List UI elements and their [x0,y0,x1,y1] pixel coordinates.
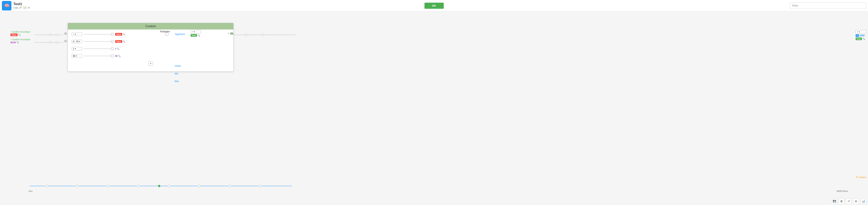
dropdown-min-value: 1 [73,47,74,50]
svg-point-11 [111,33,114,36]
rolladen-title: Rolladen [160,30,170,33]
undo-icon: ↺ [847,200,850,203]
timeline-svg [0,183,868,189]
card-output-true-badge: true [191,34,197,37]
card-row-min: 1 Min 1 🔍 [72,47,229,50]
app-subtitle: Logic_97 ⚡ ∞ [13,6,30,9]
pin-u-label: U [64,40,67,42]
card-output-dropdown[interactable]: ~ [191,30,201,34]
input1-add[interactable]: + Quellen hinzufügen false 🔍 [10,31,30,36]
rolladen-label: Rolladen [160,30,170,33]
dropdown-max[interactable]: 80 [72,54,82,58]
add-source-2-button[interactable]: + Quellen hinzufügen [10,38,30,40]
svg-point-28 [158,185,160,187]
delete-button[interactable]: 🗑 [839,198,844,204]
logic-card-body: ~ Tag/Nacht false 🔍 0 - 70 [68,30,234,71]
bottom-toolbar: 💾 🗑 ↺ ⊞ 📊 [831,198,866,204]
svg-rect-24 [167,184,170,187]
plus-button-area: + [72,61,229,66]
right-dropdown[interactable]: ~ [856,30,866,34]
subtitle-badge: ⚡ [23,6,27,9]
inhibit-value-row: false 🔍 [115,40,125,43]
grafana-icon: ⚙ [856,176,858,178]
wire-inhibit [84,40,113,43]
dropdown-tagnacht[interactable]: ~ [72,33,82,36]
logic-card: Custom ~ Tag/Nacht false 🔍 [68,23,234,72]
right-k-badge: K [856,34,859,37]
input2-value: 90.00 [10,41,16,43]
dropdown-min[interactable]: 1 [72,47,82,50]
pin-o1-close[interactable]: X [228,33,229,35]
chart-button[interactable]: 📊 [860,198,866,204]
input1-search-icon[interactable]: 🔍 [18,34,21,36]
svg-rect-4 [49,34,52,36]
card-row-inhibit: 0 - 70 Inhibit false 🔍 [72,40,229,43]
app-icon: 🧠 [2,1,11,10]
right-true-badge: true [856,37,862,40]
dropdown-inhibit-value: 0 - 70 [73,40,79,43]
logic-card-header: Custom [68,23,234,30]
min-search-icon[interactable]: 🔍 [117,47,120,50]
right-dropdown-row: ~ [856,30,866,34]
wire-max [84,54,113,58]
right-true-search-icon[interactable]: 🔍 [863,38,865,40]
svg-point-17 [111,55,114,57]
delete-icon: 🗑 [840,200,843,203]
grafana-link[interactable]: ⚙ Grafana [856,176,866,178]
card-output-dropdown-value: ~ [192,31,193,33]
brain-icon: 🧠 [4,3,9,8]
add-source-1-label: + Quellen hinzufügen [10,31,30,33]
card-row-max: 80 Max 80 🔍 [72,54,229,58]
save-button[interactable]: 💾 [831,198,837,204]
wire-tagnacht [84,32,113,36]
add-source-2-label: + Quellen hinzufügen [10,38,30,40]
port-label-inhibit: Inhibit [175,65,181,67]
copy-icon: ⊞ [855,200,857,203]
svg-rect-9 [262,34,264,36]
input2-search-icon[interactable]: 🔍 [17,41,19,43]
top-bar: 🧠 Test1 Logic_97 ⚡ ∞ OK [0,0,868,11]
card-output-dropdown-row: ~ [191,30,201,34]
max-search-icon[interactable]: 🔍 [118,55,121,57]
undo-button[interactable]: ↺ [846,198,851,204]
app-info: Test1 Logic_97 ⚡ ∞ [13,2,30,9]
min-value: 1 [115,47,116,50]
svg-rect-21 [76,184,79,187]
port-label-tagnacht: Tag/Nacht [175,33,185,36]
grafana-label: Grafana [859,176,866,178]
card-output-value-row: true 🔍 [191,34,201,37]
dropdown-inhibit[interactable]: 0 - 70 [72,40,82,43]
add-row-button[interactable]: + [148,61,153,66]
add-source-1-button[interactable]: + Quellen hinzufügen [10,31,30,33]
wire-min [84,47,113,50]
ok-button[interactable]: OK [424,3,444,9]
svg-rect-23 [137,184,140,187]
right-value-row-2000: K 2000 [856,34,866,37]
right-value-2000: 2000 [860,34,865,37]
card-output-search-icon[interactable]: 🔍 [197,34,200,37]
save-icon: 💾 [833,200,836,203]
tagnacht-search-icon[interactable]: 🔍 [123,33,125,36]
svg-rect-25 [198,184,200,187]
tags-search-input[interactable] [790,2,866,9]
svg-rect-8 [245,34,247,36]
max-value-row: 80 🔍 [115,55,121,57]
input2-add[interactable]: + Quellen hinzufügen 90.00 🔍 [10,38,30,43]
app-title: Test1 [13,2,30,6]
dropdown-tagnacht-value: ~ [73,33,74,35]
card-row-tagnacht: ~ Tag/Nacht false 🔍 [72,32,229,36]
svg-rect-22 [106,184,109,187]
inhibit-search-icon[interactable]: 🔍 [123,40,125,43]
canvas-area: + Quellen hinzufügen false 🔍 + Quellen h… [0,11,868,205]
pin-o1-label: O1 [230,32,234,35]
logic-card-title: Custom [145,25,156,28]
subtitle-text: Logic_97 [13,6,22,9]
right-dropdown-value: ~ [857,31,858,33]
copy-button[interactable]: ⊞ [853,198,859,204]
inhibit-badge: false [115,40,122,43]
svg-rect-27 [259,184,261,187]
input1-badge: false [10,34,18,36]
card-output-value-area: ~ true 🔍 [191,30,201,37]
svg-rect-6 [49,41,52,43]
svg-point-13 [111,40,114,43]
